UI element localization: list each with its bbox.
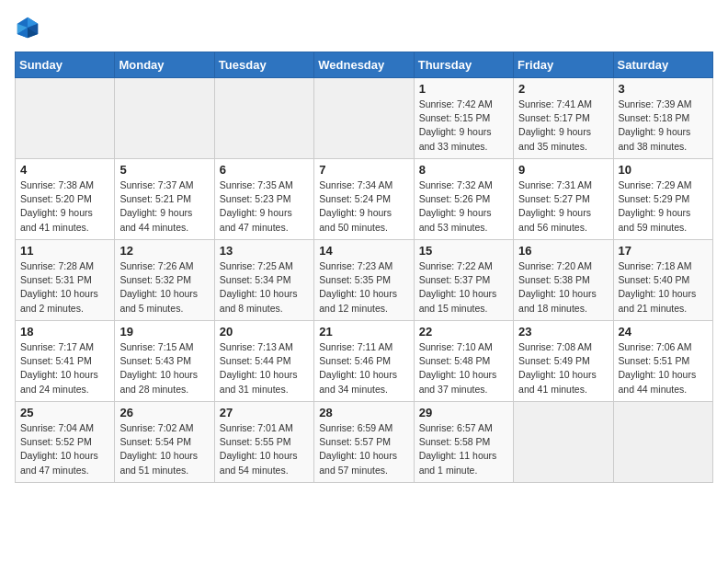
day-info: Sunrise: 7:10 AM Sunset: 5:48 PM Dayligh… [419,340,508,396]
calendar-cell [314,78,414,159]
calendar-cell: 18Sunrise: 7:17 AM Sunset: 5:41 PM Dayli… [16,321,115,402]
day-number: 15 [419,244,508,258]
calendar-cell: 10Sunrise: 7:29 AM Sunset: 5:29 PM Dayli… [613,159,712,240]
calendar-cell: 12Sunrise: 7:26 AM Sunset: 5:32 PM Dayli… [115,240,214,321]
calendar-table: SundayMondayTuesdayWednesdayThursdayFrid… [15,52,713,483]
day-info: Sunrise: 7:13 AM Sunset: 5:44 PM Dayligh… [220,340,309,396]
calendar-cell [613,402,712,483]
day-number: 20 [220,325,309,339]
calendar-cell [214,78,313,159]
calendar-cell [514,402,613,483]
day-number: 27 [220,406,309,419]
day-info: Sunrise: 7:31 AM Sunset: 5:27 PM Dayligh… [518,178,608,235]
day-info: Sunrise: 7:02 AM Sunset: 5:54 PM Dayligh… [119,421,209,477]
calendar-cell: 28Sunrise: 6:59 AM Sunset: 5:57 PM Dayli… [314,402,414,483]
day-info: Sunrise: 7:01 AM Sunset: 5:55 PM Dayligh… [220,421,309,477]
day-info: Sunrise: 7:41 AM Sunset: 5:17 PM Dayligh… [518,98,608,154]
day-number: 5 [119,163,209,177]
day-info: Sunrise: 7:06 AM Sunset: 5:51 PM Dayligh… [619,340,708,396]
day-info: Sunrise: 7:25 AM Sunset: 5:34 PM Dayligh… [220,259,309,316]
day-info: Sunrise: 7:15 AM Sunset: 5:43 PM Dayligh… [119,340,209,396]
day-info: Sunrise: 7:32 AM Sunset: 5:26 PM Dayligh… [419,178,508,235]
day-info: Sunrise: 7:28 AM Sunset: 5:31 PM Dayligh… [20,259,109,316]
calendar-cell: 2Sunrise: 7:41 AM Sunset: 5:17 PM Daylig… [514,78,613,159]
day-number: 13 [220,244,309,258]
day-info: Sunrise: 7:42 AM Sunset: 5:15 PM Dayligh… [419,98,508,154]
day-info: Sunrise: 7:20 AM Sunset: 5:38 PM Dayligh… [518,259,608,316]
day-info: Sunrise: 7:38 AM Sunset: 5:20 PM Dayligh… [20,178,109,235]
day-info: Sunrise: 7:37 AM Sunset: 5:21 PM Dayligh… [119,178,209,235]
page-header [15,15,713,40]
calendar-cell: 11Sunrise: 7:28 AM Sunset: 5:31 PM Dayli… [16,240,115,321]
weekday-header: Sunday [16,52,115,78]
calendar-cell: 8Sunrise: 7:32 AM Sunset: 5:26 PM Daylig… [414,159,513,240]
calendar-cell: 6Sunrise: 7:35 AM Sunset: 5:23 PM Daylig… [214,159,313,240]
day-number: 11 [20,244,109,258]
day-number: 18 [20,325,109,339]
calendar-cell: 13Sunrise: 7:25 AM Sunset: 5:34 PM Dayli… [214,240,313,321]
day-number: 26 [119,406,209,419]
calendar-week-row: 25Sunrise: 7:04 AM Sunset: 5:52 PM Dayli… [16,402,713,483]
calendar-cell: 3Sunrise: 7:39 AM Sunset: 5:18 PM Daylig… [613,78,712,159]
calendar-cell: 5Sunrise: 7:37 AM Sunset: 5:21 PM Daylig… [115,159,214,240]
calendar-cell: 20Sunrise: 7:13 AM Sunset: 5:44 PM Dayli… [214,321,313,402]
day-number: 22 [419,325,508,339]
calendar-week-row: 18Sunrise: 7:17 AM Sunset: 5:41 PM Dayli… [16,321,713,402]
day-number: 7 [319,163,408,177]
calendar-cell: 21Sunrise: 7:11 AM Sunset: 5:46 PM Dayli… [314,321,414,402]
calendar-cell: 17Sunrise: 7:18 AM Sunset: 5:40 PM Dayli… [613,240,712,321]
day-number: 9 [518,163,608,177]
weekday-header: Tuesday [214,52,313,78]
day-info: Sunrise: 7:26 AM Sunset: 5:32 PM Dayligh… [119,259,209,316]
calendar-cell: 1Sunrise: 7:42 AM Sunset: 5:15 PM Daylig… [414,78,513,159]
day-number: 25 [20,406,109,419]
day-number: 1 [419,82,508,96]
calendar-cell: 29Sunrise: 6:57 AM Sunset: 5:58 PM Dayli… [414,402,513,483]
weekday-header: Wednesday [314,52,414,78]
day-info: Sunrise: 7:04 AM Sunset: 5:52 PM Dayligh… [20,421,109,477]
day-info: Sunrise: 7:08 AM Sunset: 5:49 PM Dayligh… [518,340,608,396]
weekday-header: Saturday [613,52,712,78]
day-info: Sunrise: 7:17 AM Sunset: 5:41 PM Dayligh… [20,340,109,396]
logo [15,15,44,40]
day-number: 16 [518,244,608,258]
calendar-cell: 9Sunrise: 7:31 AM Sunset: 5:27 PM Daylig… [514,159,613,240]
weekday-header: Monday [115,52,214,78]
day-info: Sunrise: 7:34 AM Sunset: 5:24 PM Dayligh… [319,178,408,235]
day-number: 24 [619,325,708,339]
day-number: 29 [419,406,508,419]
day-info: Sunrise: 7:39 AM Sunset: 5:18 PM Dayligh… [619,98,708,154]
calendar-cell: 19Sunrise: 7:15 AM Sunset: 5:43 PM Dayli… [115,321,214,402]
logo-icon [15,15,40,40]
day-number: 6 [220,163,309,177]
calendar-cell: 7Sunrise: 7:34 AM Sunset: 5:24 PM Daylig… [314,159,414,240]
calendar-week-row: 4Sunrise: 7:38 AM Sunset: 5:20 PM Daylig… [16,159,713,240]
calendar-cell: 26Sunrise: 7:02 AM Sunset: 5:54 PM Dayli… [115,402,214,483]
calendar-cell: 25Sunrise: 7:04 AM Sunset: 5:52 PM Dayli… [16,402,115,483]
day-info: Sunrise: 7:22 AM Sunset: 5:37 PM Dayligh… [419,259,508,316]
day-info: Sunrise: 6:57 AM Sunset: 5:58 PM Dayligh… [419,421,508,477]
day-info: Sunrise: 7:23 AM Sunset: 5:35 PM Dayligh… [319,259,408,316]
calendar-cell: 4Sunrise: 7:38 AM Sunset: 5:20 PM Daylig… [16,159,115,240]
day-number: 23 [518,325,608,339]
calendar-week-row: 1Sunrise: 7:42 AM Sunset: 5:15 PM Daylig… [16,78,713,159]
calendar-cell: 24Sunrise: 7:06 AM Sunset: 5:51 PM Dayli… [613,321,712,402]
calendar-cell: 15Sunrise: 7:22 AM Sunset: 5:37 PM Dayli… [414,240,513,321]
weekday-header: Thursday [414,52,513,78]
day-number: 12 [119,244,209,258]
day-number: 4 [20,163,109,177]
day-info: Sunrise: 7:29 AM Sunset: 5:29 PM Dayligh… [619,178,708,235]
day-info: Sunrise: 7:11 AM Sunset: 5:46 PM Dayligh… [319,340,408,396]
calendar-cell [16,78,115,159]
day-number: 3 [619,82,708,96]
weekday-header-row: SundayMondayTuesdayWednesdayThursdayFrid… [16,52,713,78]
calendar-cell [115,78,214,159]
day-number: 19 [119,325,209,339]
calendar-cell: 23Sunrise: 7:08 AM Sunset: 5:49 PM Dayli… [514,321,613,402]
calendar-cell: 16Sunrise: 7:20 AM Sunset: 5:38 PM Dayli… [514,240,613,321]
weekday-header: Friday [514,52,613,78]
calendar-week-row: 11Sunrise: 7:28 AM Sunset: 5:31 PM Dayli… [16,240,713,321]
day-info: Sunrise: 7:35 AM Sunset: 5:23 PM Dayligh… [220,178,309,235]
day-number: 2 [518,82,608,96]
calendar-cell: 27Sunrise: 7:01 AM Sunset: 5:55 PM Dayli… [214,402,313,483]
